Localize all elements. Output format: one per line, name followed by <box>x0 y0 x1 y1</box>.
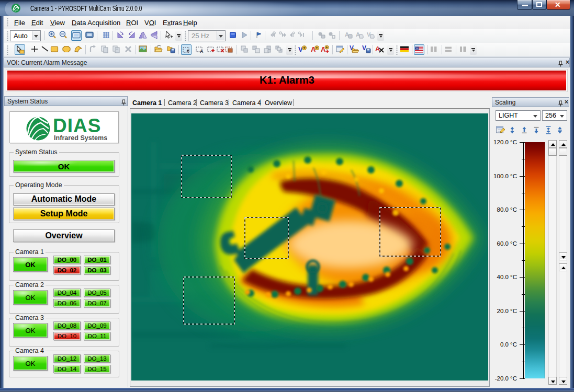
svg-text:Infrared Systems: Infrared Systems <box>54 134 107 142</box>
svg-text:A: A <box>200 49 204 54</box>
svg-text:V: V <box>362 44 366 52</box>
svg-text:DIAS: DIAS <box>53 115 101 136</box>
